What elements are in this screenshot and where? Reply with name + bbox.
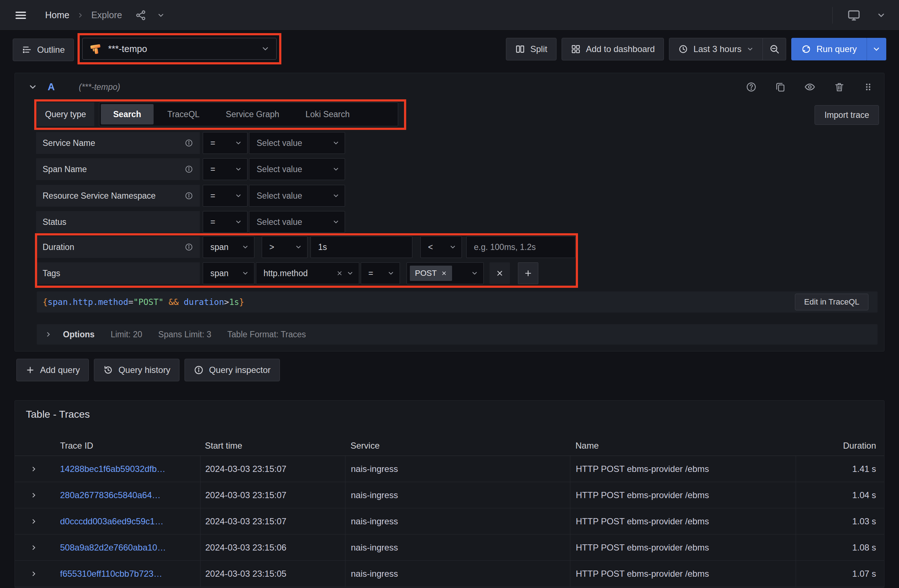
status-operator-select[interactable]: = (203, 211, 247, 233)
cell-duration: 1.04 s (796, 482, 884, 508)
trace-id-link[interactable]: 280a2677836c5840a64… (60, 490, 161, 500)
row-expander-icon[interactable] (30, 544, 37, 551)
help-icon[interactable] (746, 82, 757, 93)
breadcrumb-chevron-down-icon[interactable] (157, 11, 165, 19)
trace-id-link[interactable]: f655310eff110cbb7b723… (60, 569, 162, 579)
edit-in-traceql-button[interactable]: Edit in TraceQL (795, 294, 868, 310)
tab-loki-search[interactable]: Loki Search (293, 104, 362, 125)
span-name-operator-select[interactable]: = (203, 158, 247, 180)
traceql-preview-row: {span.http.method="POST" && duration>1s}… (37, 292, 877, 313)
duration-max-operator-select[interactable]: < (420, 236, 462, 258)
tags-key-select[interactable]: http.method (256, 262, 359, 284)
row-expander-icon[interactable] (30, 465, 37, 473)
plus-icon (25, 365, 35, 375)
span-name-value-select[interactable]: Select value (249, 158, 345, 180)
tags-label: Tags (43, 269, 60, 278)
query-collapse-chevron-icon[interactable] (28, 82, 37, 92)
cell-duration: 1.08 s (796, 534, 884, 560)
tag-value-pill[interactable]: POST (410, 265, 452, 281)
add-tag-filter-button[interactable] (518, 262, 538, 284)
tab-service-graph[interactable]: Service Graph (213, 104, 292, 125)
info-icon[interactable] (185, 165, 193, 174)
chevron-down-icon (235, 139, 242, 147)
drag-handle-icon[interactable] (863, 82, 873, 92)
monitor-icon[interactable] (847, 9, 860, 22)
datasource-annotation-box: ***-tempo (77, 33, 281, 65)
tags-label-box: Tags (36, 262, 200, 284)
breadcrumb-explore[interactable]: Explore (91, 10, 122, 20)
operator-value: < (428, 242, 433, 252)
trace-id-link[interactable]: 14288bec1f6ab59032dfb… (60, 464, 165, 474)
time-range-label: Last 3 hours (694, 44, 741, 54)
tags-operator-select[interactable]: = (361, 262, 400, 284)
datasource-picker[interactable]: ***-tempo (82, 38, 276, 60)
service-name-label-box: Service Name (36, 132, 200, 154)
column-header-name[interactable]: Name (570, 435, 796, 455)
service-name-operator-select[interactable]: = (203, 132, 247, 154)
duration-max-input[interactable]: e.g. 100ms, 1.2s (466, 236, 575, 258)
status-label: Status (43, 217, 66, 227)
row-expander-icon[interactable] (30, 518, 37, 525)
add-query-button[interactable]: Add query (16, 359, 89, 381)
operator-value: = (210, 138, 215, 148)
status-label-box: Status (36, 211, 200, 233)
cell-start-time: 2024-03-03 23:15:06 (200, 534, 345, 560)
trace-id-link[interactable]: 508a9a82d2e7660aba10… (60, 543, 166, 553)
trace-id-link[interactable]: d0cccdd003a6ed9c59c1… (60, 516, 164, 526)
column-header-start-time[interactable]: Start time (200, 435, 345, 455)
row-expander-icon[interactable] (30, 492, 37, 499)
info-icon[interactable] (185, 139, 193, 147)
time-range-button[interactable]: Last 3 hours (669, 38, 763, 60)
query-row-header[interactable]: A (***-tempo) (15, 73, 884, 101)
breadcrumb-home[interactable]: Home (45, 10, 70, 20)
options-spans-limit: Spans Limit: 3 (158, 330, 212, 340)
tags-scope-select[interactable]: span (203, 262, 255, 284)
service-name-value-select[interactable]: Select value (249, 132, 345, 154)
datasource-chevron-down-icon (261, 45, 270, 53)
nav-chevron-down-icon[interactable] (876, 11, 886, 20)
trash-icon[interactable] (834, 82, 845, 93)
run-query-chevron-button[interactable] (867, 38, 886, 60)
options-collapse-row[interactable]: Options Limit: 20 Spans Limit: 3 Table F… (37, 324, 877, 344)
remove-tag-filter-button[interactable] (490, 262, 510, 284)
info-icon[interactable] (185, 243, 193, 252)
tab-search[interactable]: Search (101, 104, 154, 125)
column-header-trace-id[interactable]: Trace ID (15, 435, 200, 455)
duration-min-operator-select[interactable]: > (262, 236, 307, 258)
column-header-service[interactable]: Service (345, 435, 570, 455)
cell-start-time: 2024-03-03 23:15:07 (200, 456, 345, 482)
query-inspector-button[interactable]: Query inspector (185, 359, 280, 381)
cell-duration: 1.41 s (796, 456, 884, 482)
menu-icon[interactable] (12, 9, 29, 22)
duration-min-input[interactable]: 1s (310, 236, 412, 258)
tab-traceql[interactable]: TraceQL (155, 104, 212, 125)
query-history-button[interactable]: Query history (94, 359, 179, 381)
outline-button[interactable]: Outline (13, 39, 74, 61)
span-name-label: Span Name (43, 164, 87, 174)
copy-icon[interactable] (775, 82, 786, 93)
cell-name: HTTP POST ebms-provider /ebms (570, 482, 796, 508)
eye-icon[interactable] (804, 81, 816, 93)
search-minus-icon (769, 44, 780, 55)
operator-value: > (269, 242, 274, 252)
cell-name: HTTP POST ebms-provider /ebms (570, 534, 796, 560)
status-value-select[interactable]: Select value (249, 211, 345, 233)
column-header-duration[interactable]: Duration (796, 435, 884, 455)
resource-namespace-operator-select[interactable]: = (203, 185, 247, 207)
add-to-dashboard-button[interactable]: Add to dashboard (562, 38, 664, 60)
duration-scope-select[interactable]: span (203, 236, 255, 258)
resource-namespace-value-select[interactable]: Select value (249, 185, 345, 207)
nav-divider (833, 7, 833, 24)
cell-service: nais-ingress (345, 482, 570, 508)
share-icon[interactable] (135, 9, 147, 21)
chevron-down-icon (295, 244, 302, 251)
tags-value-select[interactable]: POST (406, 262, 484, 284)
row-expander-icon[interactable] (30, 570, 37, 577)
import-trace-button[interactable]: Import trace (814, 105, 879, 125)
run-query-button[interactable]: Run query (791, 38, 867, 60)
secondary-actions: Add query Query history Query inspector (16, 359, 280, 381)
split-button[interactable]: Split (506, 38, 556, 60)
info-icon[interactable] (185, 191, 193, 200)
zoom-out-time-button[interactable] (763, 38, 786, 60)
select-placeholder: Select value (256, 217, 302, 227)
